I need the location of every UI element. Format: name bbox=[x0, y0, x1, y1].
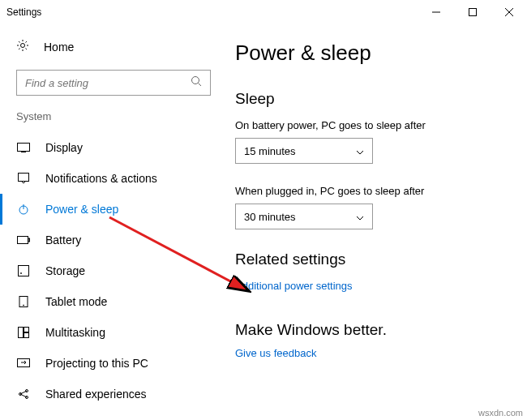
svg-point-15 bbox=[21, 273, 22, 274]
nav-label: Multitasking bbox=[45, 326, 105, 339]
sidebar-item-tablet[interactable]: Tablet mode bbox=[0, 286, 227, 317]
search-icon bbox=[191, 75, 202, 90]
notification-icon bbox=[16, 173, 31, 184]
feedback-link[interactable]: Give us feedback bbox=[235, 347, 503, 359]
gear-icon bbox=[16, 39, 31, 55]
battery-icon bbox=[16, 236, 31, 244]
minimize-button[interactable] bbox=[418, 0, 454, 24]
better-heading: Make Windows better. bbox=[235, 321, 503, 339]
close-button[interactable] bbox=[491, 0, 527, 24]
display-icon bbox=[16, 143, 31, 152]
svg-rect-12 bbox=[18, 237, 28, 244]
svg-point-17 bbox=[24, 305, 24, 306]
nav-label: Battery bbox=[45, 234, 81, 246]
svg-rect-20 bbox=[24, 333, 29, 338]
nav-label: Tablet mode bbox=[45, 295, 107, 308]
svg-point-5 bbox=[192, 77, 199, 84]
svg-rect-9 bbox=[19, 174, 29, 182]
group-label: System bbox=[0, 110, 227, 132]
plugged-sleep-select[interactable]: 30 minutes bbox=[235, 204, 373, 229]
tablet-icon bbox=[16, 296, 31, 307]
sidebar-item-storage[interactable]: Storage bbox=[0, 255, 227, 286]
search-input[interactable] bbox=[25, 77, 191, 89]
page-title: Power & sleep bbox=[235, 41, 503, 66]
svg-rect-18 bbox=[19, 328, 24, 338]
sidebar-item-multitasking[interactable]: Multitasking bbox=[0, 317, 227, 348]
nav-label: Power & sleep bbox=[45, 203, 118, 216]
svg-rect-14 bbox=[19, 266, 29, 276]
sidebar-item-projecting[interactable]: Projecting to this PC bbox=[0, 348, 227, 379]
window-title: Settings bbox=[6, 6, 418, 18]
sidebar-item-power-sleep[interactable]: Power & sleep bbox=[0, 194, 227, 225]
sidebar-item-display[interactable]: Display bbox=[0, 132, 227, 163]
home-nav[interactable]: Home bbox=[0, 32, 227, 62]
watermark: wsxdn.com bbox=[478, 408, 523, 418]
nav-label: Shared experiences bbox=[45, 388, 147, 401]
storage-icon bbox=[16, 265, 31, 276]
sidebar-item-battery[interactable]: Battery bbox=[0, 225, 227, 255]
multitasking-icon bbox=[16, 327, 31, 338]
nav-label: Display bbox=[45, 141, 83, 154]
select-value: 15 minutes bbox=[244, 145, 296, 157]
titlebar: Settings bbox=[0, 0, 527, 24]
power-icon bbox=[16, 204, 31, 215]
chevron-down-icon bbox=[356, 211, 364, 223]
svg-rect-7 bbox=[18, 144, 30, 152]
svg-rect-1 bbox=[469, 9, 476, 16]
select-value: 30 minutes bbox=[244, 211, 296, 223]
svg-rect-19 bbox=[24, 328, 29, 332]
nav-label: Notifications & actions bbox=[45, 172, 157, 185]
search-box[interactable] bbox=[16, 70, 211, 96]
sidebar-item-shared[interactable]: Shared experiences bbox=[0, 379, 227, 409]
window-buttons bbox=[418, 0, 527, 24]
svg-point-4 bbox=[21, 44, 25, 48]
projecting-icon bbox=[16, 358, 31, 368]
sidebar-item-notifications[interactable]: Notifications & actions bbox=[0, 163, 227, 194]
svg-line-6 bbox=[199, 84, 202, 87]
nav-label: Projecting to this PC bbox=[45, 357, 148, 370]
additional-power-settings-link[interactable]: Additional power settings bbox=[235, 280, 503, 292]
svg-rect-13 bbox=[28, 238, 30, 242]
home-label: Home bbox=[44, 41, 74, 54]
sidebar: Home System Display Notifications & acti… bbox=[0, 24, 227, 420]
plugged-sleep-label: When plugged in, PC goes to sleep after bbox=[235, 185, 503, 197]
battery-sleep-select[interactable]: 15 minutes bbox=[235, 138, 373, 164]
shared-icon bbox=[16, 388, 31, 400]
battery-sleep-label: On battery power, PC goes to sleep after bbox=[235, 119, 503, 131]
chevron-down-icon bbox=[356, 145, 364, 157]
sleep-heading: Sleep bbox=[235, 90, 503, 108]
nav-label: Storage bbox=[45, 264, 85, 277]
related-heading: Related settings bbox=[235, 251, 503, 268]
main-panel: Power & sleep Sleep On battery power, PC… bbox=[227, 24, 527, 420]
maximize-button[interactable] bbox=[454, 0, 491, 24]
